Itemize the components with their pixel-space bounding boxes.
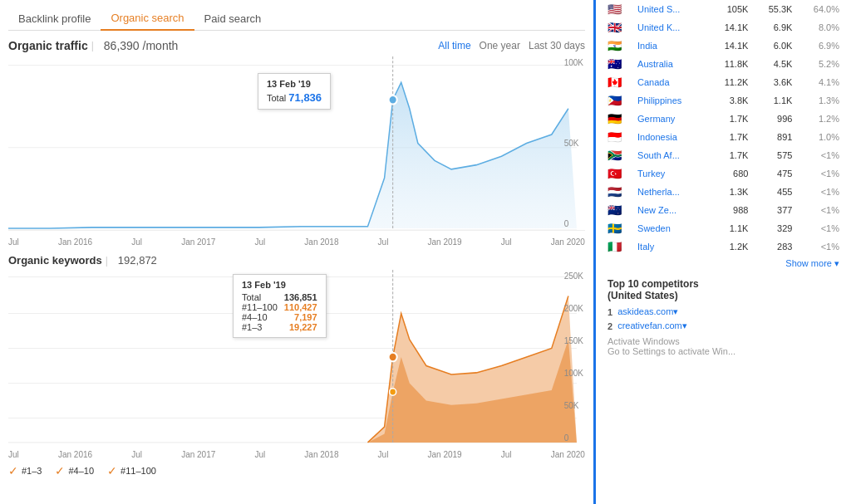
country-row[interactable]: 🇦🇺 Australia 11.8K 4.5K 5.2% — [604, 55, 843, 73]
country-v1: 3.8K — [707, 91, 751, 110]
filter-one-year[interactable]: One year — [480, 40, 520, 51]
activate-windows: Activate WindowsGo to Settings to activa… — [604, 333, 843, 360]
country-name: Italy — [634, 237, 707, 256]
keywords-legend: ✓ #1–3 ✓ #4–10 ✓ #11–100 — [8, 461, 585, 481]
country-row[interactable]: 🇵🇭 Philippines 3.8K 1.1K 1.3% — [604, 91, 843, 110]
country-row[interactable]: 🇮🇹 Italy 1.2K 283 <1% — [604, 237, 843, 256]
country-pct: 4.1% — [795, 73, 843, 91]
country-v2: 329 — [751, 219, 795, 237]
country-v1: 1.7K — [707, 146, 751, 164]
organic-traffic-value: 86,390 /month — [104, 39, 179, 52]
organic-keywords-section: Organic keywords | 192,872 — [8, 247, 585, 485]
keywords-title: Organic keywords — [8, 254, 102, 267]
country-v1: 11.8K — [707, 55, 751, 73]
country-v1: 14.1K — [707, 18, 751, 37]
country-pct: <1% — [795, 237, 843, 256]
show-more-button[interactable]: Show more ▾ — [604, 256, 843, 272]
country-name: South Af... — [634, 146, 707, 164]
competitor-link[interactable]: creativefan.com▾ — [617, 321, 687, 331]
country-v1: 105K — [707, 0, 751, 18]
country-v2: 283 — [751, 237, 795, 256]
country-row[interactable]: 🇨🇦 Canada 11.2K 3.6K 4.1% — [604, 73, 843, 91]
country-v1: 988 — [707, 201, 751, 219]
organic-traffic-title: Organic traffic — [8, 39, 88, 52]
tab-paid-search[interactable]: Paid search — [194, 7, 272, 30]
country-v2: 6.9K — [751, 18, 795, 37]
country-flag: 🇸🇪 — [604, 219, 634, 237]
country-pct: 64.0% — [795, 0, 843, 18]
country-row[interactable]: 🇿🇦 South Af... 1.7K 575 <1% — [604, 146, 843, 164]
svg-point-4 — [389, 95, 397, 104]
chart2-x-axis: Jul Jan 2016 Jul Jan 2017 Jul Jan 2018 J… — [8, 448, 585, 461]
country-row[interactable]: 🇬🇧 United K... 14.1K 6.9K 8.0% — [604, 18, 843, 37]
country-name: Canada — [634, 73, 707, 91]
y-label-0: 0 — [564, 219, 583, 228]
country-name: United K... — [634, 18, 707, 37]
country-pct: 1.3% — [795, 91, 843, 110]
country-name: Australia — [634, 55, 707, 73]
tab-backlink-profile[interactable]: Backlink profile — [8, 7, 101, 30]
competitor-item[interactable]: 2 creativefan.com▾ — [604, 319, 843, 333]
country-row[interactable]: 🇩🇪 Germany 1.7K 996 1.2% — [604, 110, 843, 128]
country-row[interactable]: 🇳🇱 Netherla... 1.3K 455 <1% — [604, 183, 843, 201]
country-v2: 475 — [751, 164, 795, 183]
country-v1: 1.2K — [707, 237, 751, 256]
country-name: New Ze... — [634, 201, 707, 219]
tab-organic-search[interactable]: Organic search — [101, 7, 194, 31]
country-flag: 🇦🇺 — [604, 55, 634, 73]
left-panel: Backlink profile Organic search Paid sea… — [0, 0, 593, 504]
country-name: Turkey — [634, 164, 707, 183]
country-pct: 6.9% — [795, 37, 843, 55]
legend-11-100[interactable]: ✓ #11–100 — [107, 464, 156, 477]
keywords-value: 192,872 — [118, 254, 157, 267]
country-pct: <1% — [795, 164, 843, 183]
country-pct: <1% — [795, 183, 843, 201]
country-flag: 🇬🇧 — [604, 18, 634, 37]
country-pct: 1.2% — [795, 110, 843, 128]
competitor-num: 1 — [608, 307, 612, 317]
country-flag: 🇮🇹 — [604, 237, 634, 256]
filter-all-time[interactable]: All time — [438, 40, 470, 51]
country-flag: 🇺🇸 — [604, 0, 634, 18]
country-name: Netherla... — [634, 183, 707, 201]
competitor-num: 2 — [608, 321, 612, 331]
country-flag: 🇵🇭 — [604, 91, 634, 110]
country-name: United S... — [634, 0, 707, 18]
country-name: Philippines — [634, 91, 707, 110]
country-flag: 🇹🇷 — [604, 164, 634, 183]
country-v2: 575 — [751, 146, 795, 164]
country-name: Indonesia — [634, 128, 707, 146]
country-flag: 🇮🇩 — [604, 128, 634, 146]
country-row[interactable]: 🇮🇩 Indonesia 1.7K 891 1.0% — [604, 128, 843, 146]
country-v2: 6.0K — [751, 37, 795, 55]
country-v1: 14.1K — [707, 37, 751, 55]
time-filters: All time One year Last 30 days — [438, 40, 585, 51]
country-row[interactable]: 🇺🇸 United S... 105K 55.3K 64.0% — [604, 0, 843, 18]
chart1-y-labels: 100K 50K 0 — [564, 56, 583, 230]
country-v2: 1.1K — [751, 91, 795, 110]
country-flag: 🇩🇪 — [604, 110, 634, 128]
country-row[interactable]: 🇹🇷 Turkey 680 475 <1% — [604, 164, 843, 183]
country-pct: <1% — [795, 201, 843, 219]
svg-point-13 — [390, 389, 396, 395]
country-v1: 1.3K — [707, 183, 751, 201]
country-flag: 🇳🇿 — [604, 201, 634, 219]
country-v2: 891 — [751, 128, 795, 146]
legend-4-10[interactable]: ✓ #4–10 — [55, 464, 94, 477]
competitor-link[interactable]: askideas.com▾ — [617, 306, 678, 317]
y-label-50k: 50K — [564, 139, 583, 148]
country-row[interactable]: 🇮🇳 India 14.1K 6.0K 6.9% — [604, 37, 843, 55]
country-name: Germany — [634, 110, 707, 128]
right-panel: 🇺🇸 United S... 105K 55.3K 64.0% 🇬🇧 Unite… — [593, 0, 851, 504]
country-v2: 4.5K — [751, 55, 795, 73]
legend-1-3[interactable]: ✓ #1–3 — [8, 464, 42, 477]
filter-last-30[interactable]: Last 30 days — [529, 40, 585, 51]
country-v1: 1.7K — [707, 110, 751, 128]
country-v1: 680 — [707, 164, 751, 183]
y-label-100k: 100K — [564, 58, 583, 67]
country-row[interactable]: 🇳🇿 New Ze... 988 377 <1% — [604, 201, 843, 219]
country-v2: 377 — [751, 201, 795, 219]
competitor-item[interactable]: 1 askideas.com▾ — [604, 305, 843, 319]
country-row[interactable]: 🇸🇪 Sweden 1.1K 329 <1% — [604, 219, 843, 237]
svg-point-12 — [389, 353, 397, 362]
